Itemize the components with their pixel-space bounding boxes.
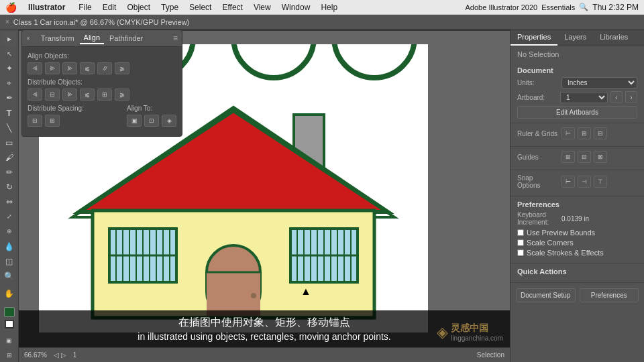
scale-corners-row: Scale Corners: [517, 239, 637, 247]
fill-color[interactable]: [4, 307, 15, 317]
distrib-center-v-btn[interactable]: ⊞: [97, 88, 112, 101]
edit-artboards-btn[interactable]: Edit Artboards: [517, 106, 637, 119]
scale-corners-label: Scale Corners: [527, 239, 574, 247]
menu-object[interactable]: Object: [122, 1, 155, 13]
scale-strokes-row: Scale Strokes & Effects: [517, 249, 637, 257]
document-setup-btn[interactable]: Document Setup: [516, 288, 576, 302]
menu-type[interactable]: Type: [156, 1, 183, 13]
align-to-label: Align To:: [127, 105, 176, 112]
snap-icon-2-btn[interactable]: ⊣: [578, 176, 591, 188]
essentials-dropdown[interactable]: Essentials: [541, 3, 575, 11]
app-name-menu[interactable]: Illustrator: [23, 1, 70, 13]
align-to-keyobj-btn[interactable]: ◈: [162, 115, 176, 127]
align-left-btn[interactable]: ⫷: [28, 62, 42, 74]
type-tool[interactable]: T: [2, 107, 17, 120]
zoom-tool[interactable]: 🔍: [2, 269, 17, 283]
blend-tool[interactable]: ⊕: [2, 225, 17, 238]
line-tool[interactable]: ╲: [2, 121, 17, 135]
menubar-right: Adobe Illustrator 2020 Essentials 🔍 Thu …: [466, 3, 639, 12]
guides-section: Guides ⊞ ⊟ ⊠: [511, 147, 644, 170]
document-tabbar: × Class 1 Car icon.ai* @ 66.67% (CMYK/GP…: [0, 15, 644, 29]
stroke-color[interactable]: [5, 320, 14, 328]
distrib-v-space-btn[interactable]: ⊞: [45, 115, 60, 127]
layers-tab[interactable]: Layers: [557, 29, 593, 46]
rotate-tool[interactable]: ↻: [2, 180, 17, 194]
scale-tool[interactable]: ⤢: [2, 210, 17, 223]
distrib-right-btn[interactable]: ⫸: [62, 88, 77, 101]
snap-icon-3-btn[interactable]: ⊤: [594, 176, 607, 188]
align-to-selection-btn[interactable]: ▣: [127, 115, 142, 127]
align-center-v-btn[interactable]: ⫻: [97, 62, 112, 74]
menu-edit[interactable]: Edit: [98, 1, 121, 13]
artboard-prev-btn[interactable]: ‹: [610, 91, 623, 103]
lasso-tool[interactable]: ⌖: [2, 76, 17, 90]
preview-bounds-checkbox[interactable]: [517, 229, 524, 236]
panel-menu-icon[interactable]: ≡: [173, 34, 178, 43]
menu-file[interactable]: File: [74, 1, 96, 13]
distrib-top-btn[interactable]: ⫹: [80, 88, 95, 101]
align-to-artboard-btn[interactable]: ⊡: [144, 115, 159, 127]
guide-icon-1-btn[interactable]: ⊞: [561, 151, 575, 163]
snap-icon-1-btn[interactable]: ⊢: [561, 176, 575, 188]
paintbrush-tool[interactable]: 🖌: [2, 151, 17, 164]
align-top-btn[interactable]: ⫹: [80, 62, 95, 74]
menu-select[interactable]: Select: [184, 1, 216, 13]
ruler-icon-btn[interactable]: ⊢: [561, 127, 575, 139]
pathfinder-tab[interactable]: Pathfinder: [105, 33, 147, 44]
align-center-h-btn[interactable]: ⫸: [45, 62, 60, 74]
selection-tool[interactable]: ▸: [2, 32, 17, 46]
distrib-bottom-btn[interactable]: ⫺: [115, 88, 129, 101]
align-bottom-btn[interactable]: ⫺: [115, 62, 129, 74]
units-select[interactable]: Inches Pixels Centimeters: [561, 77, 637, 88]
mirror-tool[interactable]: ⇔: [2, 195, 17, 208]
apple-menu[interactable]: 🍎: [5, 2, 17, 13]
align-objects-row1: ⫷ ⫸ ⫸ ⫹ ⫻ ⫺: [28, 62, 176, 74]
transform-tab[interactable]: Transform: [37, 33, 78, 44]
magic-wand-tool[interactable]: ✦: [2, 62, 17, 75]
menu-window[interactable]: Window: [277, 1, 315, 13]
menu-view[interactable]: View: [249, 1, 276, 13]
scale-strokes-checkbox[interactable]: [517, 249, 524, 256]
direct-selection-tool[interactable]: ↖: [2, 47, 17, 60]
rect-tool[interactable]: ▭: [2, 136, 17, 149]
distrib-center-h-btn[interactable]: ⊟: [45, 88, 60, 101]
scale-strokes-label: Scale Strokes & Effects: [527, 249, 604, 257]
properties-tab[interactable]: Properties: [511, 29, 557, 46]
artboard-select[interactable]: 1: [560, 92, 608, 103]
align-tab[interactable]: Align: [80, 32, 104, 44]
panel-tabs: Transform Align Pathfinder: [37, 32, 147, 44]
artboard-next-btn[interactable]: ›: [625, 91, 637, 103]
distrib-left-btn[interactable]: ⫷: [28, 88, 42, 101]
distrib-h-space-btn[interactable]: ⊟: [28, 115, 42, 127]
screen-mode[interactable]: ⊞: [2, 349, 17, 362]
scale-corners-checkbox[interactable]: [517, 239, 524, 246]
eyedropper-tool[interactable]: 💧: [2, 240, 17, 253]
guide-icon-2-btn[interactable]: ⊟: [578, 151, 591, 163]
align-right-btn[interactable]: ⫸: [62, 62, 77, 74]
perspective-icon-btn[interactable]: ⊟: [594, 127, 607, 139]
preview-bounds-label: Use Preview Bounds: [527, 229, 595, 237]
app-title: Adobe Illustrator 2020: [466, 3, 538, 11]
document-section: Document Units: Inches Pixels Centimeter…: [511, 62, 644, 123]
grid-icon-btn[interactable]: ⊞: [578, 127, 591, 139]
zoom-level: 66.67%: [24, 351, 47, 359]
pencil-tool[interactable]: ✏: [2, 166, 17, 179]
search-stock[interactable]: 🔍: [579, 3, 588, 11]
menu-help[interactable]: Help: [316, 1, 342, 13]
panel-close-btn[interactable]: ×: [26, 35, 30, 42]
properties-panel-tabs: Properties Layers Libraries: [511, 29, 644, 46]
align-objects-label: Align Objects:: [28, 52, 176, 60]
panel-header: × Transform Align Pathfinder ≡: [22, 30, 182, 47]
gradient-tool[interactable]: ◫: [2, 255, 17, 268]
no-selection-label: No Selection: [511, 46, 644, 62]
drawing-modes[interactable]: ▣: [2, 334, 17, 347]
pen-tool[interactable]: ✒: [2, 91, 17, 105]
tab-close-btn[interactable]: ×: [5, 18, 9, 25]
page-nav[interactable]: ◁ ▷: [54, 351, 66, 359]
document-tab[interactable]: Class 1 Car icon.ai* @ 66.67% (CMYK/GPU …: [13, 18, 189, 26]
guide-icon-3-btn[interactable]: ⊠: [594, 151, 607, 163]
hand-tool[interactable]: ✋: [2, 287, 17, 300]
libraries-tab[interactable]: Libraries: [593, 29, 635, 46]
menu-effect[interactable]: Effect: [217, 1, 247, 13]
preferences-btn[interactable]: Preferences: [580, 288, 639, 302]
